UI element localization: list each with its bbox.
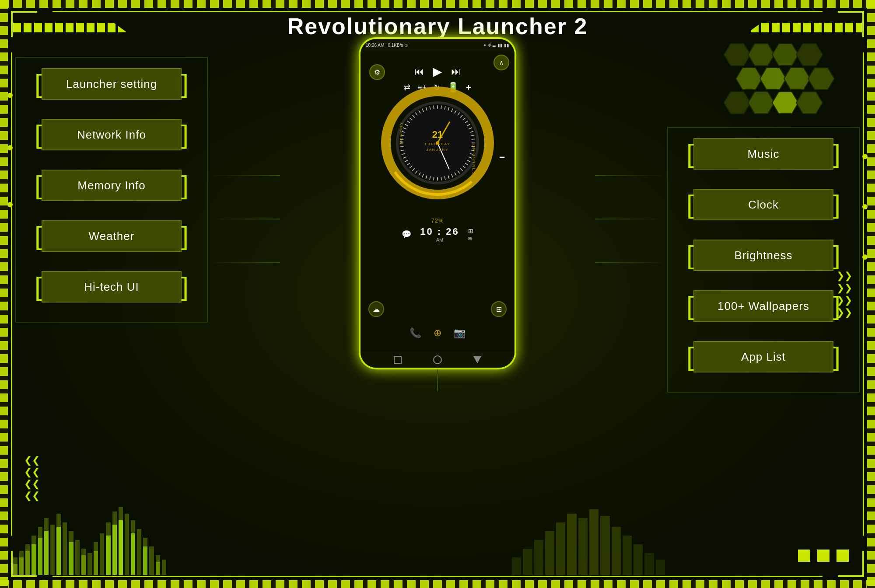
tech-line-left-3 bbox=[210, 262, 280, 263]
accent-dot-2 bbox=[7, 145, 13, 150]
frame-line-left bbox=[11, 52, 12, 536]
wallpapers-button[interactable]: 100+ Wallpapers bbox=[681, 289, 846, 324]
hazard-border-bottom bbox=[0, 580, 875, 588]
right-accent-dot-1 bbox=[862, 154, 868, 159]
chevron-item-1: ❮❮ bbox=[24, 456, 40, 465]
media-controls: ⏮ ▶ ⏭ bbox=[414, 64, 461, 79]
chevron-item-4: ❮❮ bbox=[24, 491, 40, 501]
svg-line-18 bbox=[472, 139, 475, 139]
percentage-display: 72% bbox=[431, 217, 444, 224]
tech-line-right-1 bbox=[595, 175, 665, 176]
svg-marker-81 bbox=[748, 92, 774, 114]
chevron-item-3: ❮❮ bbox=[24, 479, 40, 489]
phone-nav-bar bbox=[360, 352, 514, 368]
svg-text:21: 21 bbox=[432, 129, 443, 140]
chevron-r-4: ❯❯ bbox=[836, 308, 852, 317]
message-icon[interactable]: 💬 bbox=[402, 230, 411, 239]
accent-dot-3 bbox=[7, 202, 13, 207]
weather-button[interactable]: Weather bbox=[29, 219, 194, 254]
svg-line-63 bbox=[434, 105, 434, 109]
nav-back-button[interactable] bbox=[394, 356, 402, 364]
skip-forward-button[interactable]: ⏭ bbox=[451, 66, 461, 77]
chevron-r-2: ❯❯ bbox=[836, 283, 852, 293]
brightness-button[interactable]: Brightness bbox=[681, 238, 846, 273]
frame-line-top bbox=[52, 11, 822, 12]
chevron-r-3: ❯❯ bbox=[836, 296, 852, 305]
svg-marker-72 bbox=[724, 44, 750, 66]
dot-1 bbox=[798, 550, 810, 562]
svg-line-33 bbox=[441, 177, 441, 181]
app-list-button[interactable]: App List bbox=[681, 339, 846, 374]
phone-screen: ⚙ ∧ ⏮ ▶ ⏭ ⇄ ≡+ ↻ 🔋 + bbox=[360, 51, 514, 352]
phone-corner-settings-button[interactable]: ⚙ bbox=[369, 64, 385, 80]
grid-corner-button[interactable]: ⊞ bbox=[491, 301, 507, 317]
phone-status-bar: 10:26 AM | 0.1KB/s ⊙ ✦ ❉ ☰ ▮▮ ▮▮ bbox=[360, 39, 514, 51]
nav-home-button[interactable] bbox=[433, 355, 442, 364]
ampm-display: AM bbox=[420, 237, 459, 243]
chevron-right: ❯❯ ❯❯ ❯❯ ❯❯ bbox=[836, 271, 852, 317]
launcher-setting-button[interactable]: Launcher setting bbox=[29, 66, 194, 101]
right-accent-dot-2 bbox=[862, 204, 868, 209]
time-display: 10 : 26 bbox=[420, 226, 459, 237]
tech-line-left-2 bbox=[210, 219, 280, 219]
hazard-border-right bbox=[867, 0, 875, 588]
notification-row: 💬 10 : 26 AM ⊞⊞ bbox=[402, 226, 473, 243]
left-menu: Launcher setting Network Info Memory Inf… bbox=[16, 58, 207, 322]
svg-marker-80 bbox=[724, 92, 750, 114]
hex-svg bbox=[718, 39, 840, 144]
camera-icon[interactable]: 📷 bbox=[454, 327, 466, 339]
clock-widget: MEMORY BRIGHTNESS 21 THURSDAY JANUARY bbox=[381, 86, 494, 200]
dot-3 bbox=[836, 550, 849, 562]
hi-tech-ui-button[interactable]: Hi-tech UI bbox=[29, 269, 194, 304]
skip-back-button[interactable]: ⏮ bbox=[414, 66, 424, 77]
hazard-border-left bbox=[0, 0, 8, 588]
right-menu: Music Clock Brightness 100+ Wallpapers A… bbox=[668, 128, 859, 392]
svg-text:JANUARY: JANUARY bbox=[426, 148, 448, 152]
svg-marker-76 bbox=[736, 68, 762, 90]
bottom-app-icons: 📞 ⊕ 📷 bbox=[410, 327, 466, 339]
equalizer-right bbox=[512, 505, 665, 575]
svg-marker-77 bbox=[760, 68, 786, 90]
svg-marker-75 bbox=[796, 44, 822, 66]
svg-marker-74 bbox=[772, 44, 798, 66]
memory-info-button[interactable]: Memory Info bbox=[29, 168, 194, 203]
svg-marker-82 bbox=[772, 92, 798, 114]
nav-recents-button[interactable] bbox=[473, 356, 481, 363]
play-button[interactable]: ▶ bbox=[433, 64, 442, 79]
svg-line-48 bbox=[400, 146, 403, 147]
svg-line-5 bbox=[441, 105, 441, 109]
chevron-item-2: ❮❮ bbox=[24, 467, 40, 477]
weather-corner-button[interactable]: ☁ bbox=[368, 301, 384, 317]
chevron-r-1: ❯❯ bbox=[836, 271, 852, 281]
chevron-left: ❮❮ ❮❮ ❮❮ ❮❮ bbox=[24, 456, 40, 501]
frame-line-bottom bbox=[52, 576, 822, 577]
tech-line-left-1 bbox=[210, 175, 280, 176]
svg-line-35 bbox=[434, 177, 434, 181]
dot-2 bbox=[817, 550, 830, 562]
phone-mockup: 10:26 AM | 0.1KB/s ⊙ ✦ ❉ ☰ ▮▮ ▮▮ ⚙ ∧ ⏮ ▶… bbox=[359, 37, 516, 369]
left-panel-frame: Launcher setting Network Info Memory Inf… bbox=[15, 57, 208, 323]
tech-line-right-3 bbox=[595, 262, 665, 263]
bottom-indicator-dots bbox=[798, 550, 849, 562]
svg-marker-73 bbox=[748, 44, 774, 66]
minus-button[interactable]: − bbox=[499, 152, 505, 163]
svg-text:BRIGHTNESS: BRIGHTNESS bbox=[472, 144, 476, 179]
svg-text:MEMORY: MEMORY bbox=[399, 122, 403, 144]
network-info-button[interactable]: Network Info bbox=[29, 117, 194, 152]
svg-marker-79 bbox=[808, 68, 834, 90]
phone-icon[interactable]: 📞 bbox=[410, 327, 421, 339]
top-deco-right bbox=[748, 23, 862, 32]
phone-corner-nav-button[interactable]: ∧ bbox=[494, 55, 509, 70]
svg-text:THURSDAY: THURSDAY bbox=[424, 142, 450, 146]
hazard-border-top bbox=[0, 0, 875, 8]
apps-icon[interactable]: ⊞⊞ bbox=[468, 227, 473, 241]
right-accent-dot-3 bbox=[862, 254, 868, 260]
clock-svg: MEMORY BRIGHTNESS 21 THURSDAY JANUARY bbox=[381, 86, 494, 200]
browser-icon[interactable]: ⊕ bbox=[434, 327, 441, 339]
svg-marker-83 bbox=[796, 92, 822, 114]
app-title: Revolutionary Launcher 2 bbox=[287, 13, 588, 39]
right-panel-frame: Music Clock Brightness 100+ Wallpapers A… bbox=[667, 127, 860, 393]
svg-marker-78 bbox=[784, 68, 810, 90]
clock-button[interactable]: Clock bbox=[681, 187, 846, 222]
hex-grid bbox=[718, 39, 840, 144]
